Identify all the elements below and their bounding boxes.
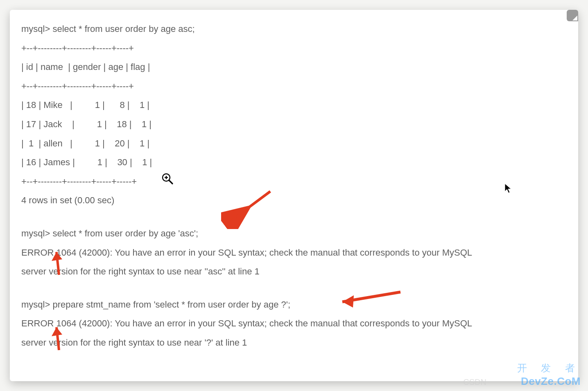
table-row: | 16 | James | 1 | 30 | 1 | bbox=[21, 153, 567, 172]
table-row: | 1 | allen | 1 | 20 | 1 | bbox=[21, 134, 567, 153]
table-border-mid: +--+--------+--------+-----+----+ bbox=[21, 77, 567, 96]
error-line: server version for the right syntax to u… bbox=[21, 333, 567, 353]
sql-query-2: mysql> select * from user order by age '… bbox=[21, 224, 567, 243]
table-row: | 18 | Mike | 1 | 8 | 1 | bbox=[21, 96, 567, 115]
terminal-card: mysql> select * from user order by age a… bbox=[10, 10, 578, 381]
expand-icon[interactable] bbox=[567, 10, 578, 21]
watermark-devze: DevZe.CoM bbox=[521, 375, 581, 388]
blank-line bbox=[21, 281, 567, 295]
sql-query-3: mysql> prepare stmt_name from 'select * … bbox=[21, 295, 567, 315]
error-line: ERROR 1064 (42000): You have an error in… bbox=[21, 243, 567, 263]
table-border-top: +--+--------+--------+-----+----+ bbox=[21, 39, 567, 58]
table-border-bot: +--+--------+--------+-----+-----+ bbox=[21, 172, 567, 191]
error-line: server version for the right syntax to u… bbox=[21, 262, 567, 281]
watermark-csdn: CSDN bbox=[463, 378, 486, 387]
sql-query-1: mysql> select * from user order by age a… bbox=[21, 20, 567, 39]
error-line: ERROR 1064 (42000): You have an error in… bbox=[21, 314, 567, 333]
result-summary: 4 rows in set (0.00 sec) bbox=[21, 191, 567, 210]
blank-line bbox=[21, 210, 567, 224]
table-header: | id | name | gender | age | flag | bbox=[21, 58, 567, 77]
table-row: | 17 | Jack | 1 | 18 | 1 | bbox=[21, 115, 567, 134]
watermark-cn: 开 发 者 bbox=[517, 362, 581, 375]
